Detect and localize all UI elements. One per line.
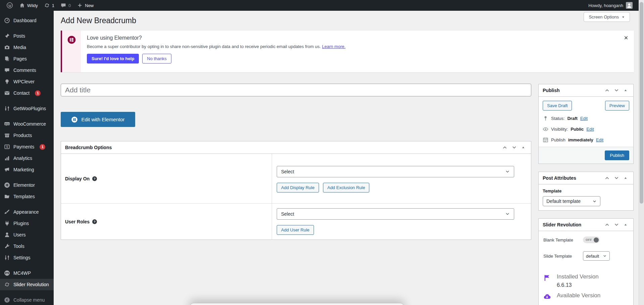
sidebar-item-label: Marketing <box>13 166 34 173</box>
new-content-menu[interactable]: New <box>74 0 97 11</box>
sidebar-item-label: GetWooPlugins <box>13 105 46 112</box>
add-exclusion-rule-button[interactable]: Add Exclusion Rule <box>323 183 370 192</box>
flag-icon <box>543 274 551 281</box>
move-up-icon[interactable] <box>603 87 611 94</box>
slide-template-select[interactable]: default <box>583 251 610 261</box>
bulb-icon <box>4 79 10 85</box>
schedule-label: Publish <box>551 137 566 142</box>
sidebar-item-mc4wp[interactable]: MC4WP <box>0 267 54 279</box>
sidebar-item-label: Elementor <box>13 182 35 188</box>
help-icon[interactable]: ? <box>92 219 97 224</box>
comments-menu[interactable]: 0 <box>57 0 74 11</box>
slider-revolution-header[interactable]: Slider Revolution <box>539 219 633 231</box>
help-icon[interactable]: ? <box>92 176 97 181</box>
edit-with-elementor-button[interactable]: Edit with Elementor <box>61 112 135 127</box>
move-down-icon[interactable] <box>612 221 621 228</box>
close-icon[interactable] <box>624 35 629 40</box>
howdy-greeting[interactable]: Howdy, hoanganh <box>588 3 623 8</box>
sidebar-item-wpclever[interactable]: WPClever <box>0 76 54 87</box>
panel-title: Breadcrumb Options <box>65 145 112 150</box>
sidebar-item-label: WPClever <box>13 78 35 85</box>
publish-button[interactable]: Publish <box>605 150 629 160</box>
count-badge: 1 <box>40 144 45 150</box>
save-draft-button[interactable]: Save Draft <box>543 101 572 111</box>
template-select[interactable]: Default template <box>543 196 600 206</box>
sidebar-item-appearance[interactable]: Appearance <box>0 206 54 218</box>
sidebar-item-tools[interactable]: Tools <box>0 241 54 252</box>
sidebar-item-woocommerce[interactable]: WOOWooCommerce <box>0 118 54 130</box>
sidebar-item-label: Posts <box>13 33 25 39</box>
screen-options-button[interactable]: Screen Options <box>584 12 630 22</box>
avatar[interactable] <box>626 2 633 9</box>
blank-template-toggle[interactable]: OFF <box>583 236 600 243</box>
move-up-icon[interactable] <box>501 144 509 151</box>
sidebar-item-plugins[interactable]: Plugins <box>0 218 54 229</box>
updates-menu[interactable]: 1 <box>41 0 57 11</box>
move-down-icon[interactable] <box>612 175 621 181</box>
sidebar-item-users[interactable]: Users <box>0 229 54 241</box>
panel-title: Publish <box>543 88 560 93</box>
sidebar-item-payments[interactable]: $Payments1 <box>0 141 54 152</box>
plug-icon <box>4 220 10 226</box>
sidebar-item-products[interactable]: Products <box>0 130 54 141</box>
edit-schedule-link[interactable]: Edit <box>596 137 603 142</box>
toggle-panel-icon[interactable] <box>520 144 527 151</box>
sidebar-item-collapse-menu[interactable]: Collapse menu <box>0 294 54 305</box>
add-user-rule-button[interactable]: Add User Rule <box>277 225 314 235</box>
add-display-rule-button[interactable]: Add Display Rule <box>277 183 319 192</box>
sidebar-item-media[interactable]: Media <box>0 42 54 53</box>
move-down-icon[interactable] <box>510 144 518 151</box>
sidebar-item-slider-revolution[interactable]: Slider Revolution <box>0 279 54 290</box>
sidebar-item-comments[interactable]: Comments <box>0 64 54 76</box>
calendar-icon <box>543 137 548 143</box>
sidebar-item-settings[interactable]: Settings <box>0 252 54 263</box>
breadcrumb-options-header[interactable]: Breadcrumb Options <box>61 141 531 154</box>
notice-decline-button[interactable]: No thanks <box>142 54 171 63</box>
sidebar-item-pages[interactable]: Pages <box>0 53 54 64</box>
brush-icon <box>4 209 10 215</box>
user-roles-select[interactable]: Select <box>277 208 514 220</box>
sidebar-item-elementor[interactable]: Elementor <box>0 179 54 191</box>
camera-icon <box>4 44 10 50</box>
template-select-value: Default template <box>546 199 581 204</box>
page-scrollbar[interactable] <box>639 0 644 305</box>
learn-more-link[interactable]: Learn more. <box>322 44 345 49</box>
display-on-select[interactable]: Select <box>277 166 514 177</box>
sidebar-item-dashboard[interactable]: Dashboard <box>0 15 54 26</box>
notice-accept-button[interactable]: Sure! I'd love to help <box>87 54 139 63</box>
installed-version-row: Installed Version 6.6.13 <box>543 273 629 288</box>
edit-visibility-link[interactable]: Edit <box>586 127 594 132</box>
sidebar-item-posts[interactable]: Posts <box>0 30 54 42</box>
move-up-icon[interactable] <box>603 221 611 228</box>
scrollbar-thumb[interactable] <box>640 2 643 204</box>
sidebar-item-contact[interactable]: Contact1 <box>0 87 54 99</box>
toggle-panel-icon[interactable] <box>622 221 629 228</box>
toggle-panel-icon[interactable] <box>622 87 629 94</box>
sidebar-item-templates[interactable]: Templates <box>0 191 54 202</box>
sidebar-item-analytics[interactable]: Analytics <box>0 152 54 164</box>
post-attributes-header[interactable]: Post Attributes <box>539 172 633 184</box>
edit-status-link[interactable]: Edit <box>580 116 588 121</box>
publish-header[interactable]: Publish <box>539 84 633 97</box>
status-label: Status: <box>551 116 565 121</box>
preview-button[interactable]: Preview <box>605 101 629 111</box>
sliders-icon <box>4 255 10 261</box>
select-value: Select <box>281 169 294 174</box>
sidebar-item-label: Appearance <box>13 209 39 215</box>
sidebar-item-marketing[interactable]: Marketing <box>0 164 54 175</box>
notice-title: Love using Elementor? <box>87 35 345 41</box>
sidebar-item-getwooplugins[interactable]: GetWooPlugins <box>0 103 54 114</box>
toggle-panel-icon[interactable] <box>622 175 629 181</box>
site-name-menu[interactable]: Wildy <box>16 0 41 11</box>
status-row: Status: Draft Edit <box>543 116 629 121</box>
sidebar-item-label: Comments <box>13 67 36 74</box>
woo-icon: WOO <box>4 121 10 127</box>
move-down-icon[interactable] <box>612 87 621 94</box>
wordpress-menu[interactable] <box>3 0 16 11</box>
select-value: Select <box>281 211 294 217</box>
right-sidebar: Publish Save Draft Preview Status: Draft… <box>538 84 634 305</box>
sidebar-item-label: Media <box>13 44 26 51</box>
move-up-icon[interactable] <box>603 175 611 181</box>
user-roles-label: User Roles <box>65 219 90 224</box>
post-title-input[interactable] <box>61 84 531 96</box>
